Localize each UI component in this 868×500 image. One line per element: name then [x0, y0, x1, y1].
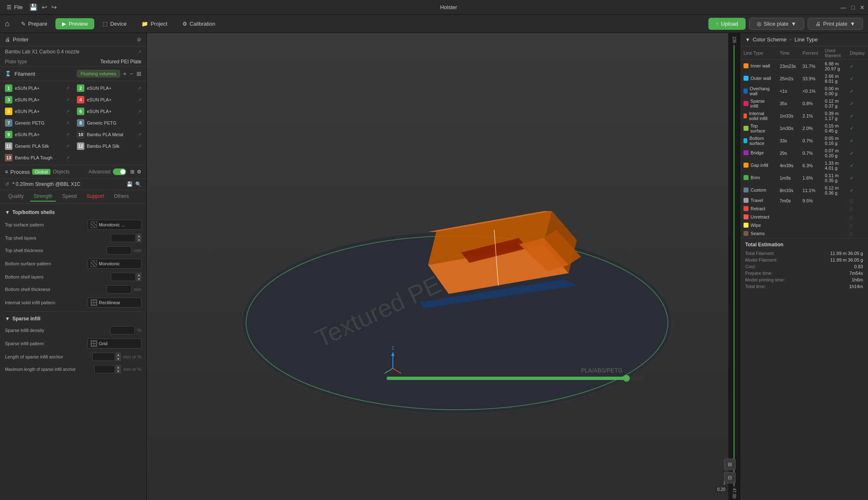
minimize-button[interactable]: —: [841, 4, 846, 11]
top-shell-layers-up[interactable]: ▲: [136, 234, 141, 238]
display-check-5[interactable]: ✓: [850, 126, 854, 131]
line-type-display-6[interactable]: ✓: [846, 135, 868, 147]
filament-grid-icon[interactable]: ⊞: [136, 70, 141, 77]
display-check-1[interactable]: ✓: [850, 76, 854, 81]
display-check-12[interactable]: □: [850, 207, 853, 212]
top-surface-pattern-select[interactable]: Monotonic ...: [88, 220, 141, 230]
filament-edit-6[interactable]: ↗: [138, 109, 141, 114]
process-settings-icon[interactable]: ⚙: [137, 169, 141, 175]
filament-edit-4[interactable]: ↗: [138, 97, 141, 103]
file-menu[interactable]: ☰ File: [3, 4, 26, 10]
line-type-display-10[interactable]: ✓: [846, 184, 868, 197]
display-check-15[interactable]: □: [850, 231, 853, 236]
display-check-4[interactable]: ✓: [850, 113, 854, 118]
filament-edit-12[interactable]: ↗: [138, 144, 141, 149]
bottom-surface-pattern-select[interactable]: Monotonic: [88, 259, 141, 269]
sparse-infill-pattern-select[interactable]: Grid: [88, 339, 141, 349]
tab-quality[interactable]: Quality: [5, 192, 27, 202]
print-dropdown-icon[interactable]: ▼: [850, 21, 855, 27]
line-type-display-14[interactable]: □: [846, 221, 868, 230]
bottom-shell-layers-input[interactable]: 3: [111, 273, 136, 281]
tab-strength[interactable]: Strength: [30, 192, 55, 202]
bottom-shell-layers-spinner[interactable]: 3 ▲ ▼: [111, 273, 141, 281]
top-shell-layers-input[interactable]: 5: [111, 234, 136, 242]
tab-speed[interactable]: Speed: [59, 192, 80, 202]
line-type-display-11[interactable]: □: [846, 197, 868, 205]
device-tab[interactable]: ⬚ Device: [96, 18, 133, 29]
slice-plate-button[interactable]: ◎ Slice plate ▼: [749, 18, 804, 30]
add-filament-button[interactable]: +: [123, 70, 127, 77]
zoom-in-button[interactable]: ⊞: [724, 459, 736, 470]
sparse-anchor-length-input[interactable]: 400%: [92, 353, 115, 361]
zoom-out-button[interactable]: ⊟: [724, 472, 736, 483]
bottom-shell-layers-down[interactable]: ▼: [136, 277, 141, 281]
line-type-display-1[interactable]: ✓: [846, 72, 868, 85]
line-type-display-0[interactable]: ✓: [846, 60, 868, 73]
filament-edit-8[interactable]: ↗: [138, 120, 141, 126]
profile-save-icon[interactable]: 💾: [127, 181, 133, 187]
line-type-display-15[interactable]: □: [846, 230, 868, 238]
sparse-collapse-icon[interactable]: ▼: [5, 316, 10, 322]
line-type-display-4[interactable]: ✓: [846, 110, 868, 122]
line-type-display-13[interactable]: □: [846, 213, 868, 221]
preview-tab[interactable]: ▶ Preview: [55, 18, 94, 29]
global-badge[interactable]: Global: [32, 169, 50, 175]
redo-icon[interactable]: ↪: [51, 3, 57, 11]
upload-button[interactable]: ↑ Upload: [708, 18, 746, 30]
line-type-display-2[interactable]: ✓: [846, 85, 868, 97]
max-anchor-down[interactable]: ▼: [116, 369, 121, 373]
save-icon[interactable]: 💾: [29, 3, 38, 11]
filament-edit-5[interactable]: ↗: [66, 109, 69, 114]
maximize-button[interactable]: □: [851, 4, 855, 11]
bottom-shell-layers-up[interactable]: ▲: [136, 273, 141, 277]
advanced-toggle[interactable]: [113, 168, 126, 175]
max-anchor-length-spinner[interactable]: 20 ▲ ▼: [94, 365, 121, 373]
line-type-display-12[interactable]: □: [846, 205, 868, 213]
filament-edit-7[interactable]: ↗: [66, 120, 69, 126]
display-check-3[interactable]: ✓: [850, 101, 854, 106]
process-copy-icon[interactable]: ⊞: [130, 169, 134, 175]
project-tab[interactable]: 📁 Project: [135, 18, 174, 29]
display-check-14[interactable]: □: [850, 223, 853, 228]
top-shell-thickness-input[interactable]: 1: [107, 246, 132, 255]
collapse-cs-icon[interactable]: ▼: [745, 37, 750, 43]
line-type-display-9[interactable]: ✓: [846, 172, 868, 184]
plate-type-value[interactable]: Textured PEI Plate: [100, 59, 141, 65]
collapse-icon[interactable]: ▼: [5, 209, 10, 215]
filament-edit-13[interactable]: ↗: [66, 155, 69, 161]
sparse-anchor-up[interactable]: ▲: [116, 353, 121, 357]
printer-settings-icon[interactable]: ⚙: [137, 37, 141, 43]
viewport[interactable]: Textured PEI Plate PLA/ABS/PETG: [147, 33, 740, 500]
top-shell-layers-down[interactable]: ▼: [136, 238, 141, 242]
display-check-13[interactable]: □: [850, 215, 853, 220]
sparse-anchor-length-spinner[interactable]: 400% ▲ ▼: [92, 353, 121, 361]
print-plate-button[interactable]: 🖨 Print plate ▼: [808, 18, 863, 30]
line-type-display-7[interactable]: ✓: [846, 147, 868, 159]
max-anchor-length-input[interactable]: 20: [94, 365, 115, 373]
tab-others[interactable]: Others: [110, 192, 132, 202]
calibration-tab[interactable]: ⚙ Calibration: [176, 18, 222, 29]
slice-dropdown-icon[interactable]: ▼: [791, 21, 796, 27]
sparse-infill-density-input[interactable]: 25: [110, 326, 135, 334]
close-button[interactable]: ✕: [860, 4, 865, 11]
filament-edit-3[interactable]: ↗: [66, 97, 69, 103]
top-shell-layers-spinner[interactable]: 5 ▲ ▼: [111, 234, 141, 242]
display-check-10[interactable]: ✓: [850, 188, 854, 193]
display-check-0[interactable]: ✓: [850, 64, 854, 69]
internal-solid-infill-select[interactable]: Rectilinear: [88, 298, 141, 308]
display-check-11[interactable]: □: [850, 198, 853, 203]
filament-edit-9[interactable]: ↗: [66, 132, 69, 137]
max-anchor-up[interactable]: ▲: [116, 365, 121, 369]
home-button[interactable]: ⌂: [5, 19, 10, 28]
bottom-shell-thickness-input[interactable]: 0: [107, 285, 132, 293]
filament-edit-1[interactable]: ↗: [66, 86, 69, 91]
line-type-display-8[interactable]: ✓: [846, 159, 868, 172]
profile-search-icon[interactable]: 🔍: [135, 181, 141, 187]
display-check-8[interactable]: ✓: [850, 163, 854, 168]
objects-button[interactable]: Objects: [53, 169, 70, 175]
remove-filament-button[interactable]: −: [130, 70, 133, 77]
display-check-7[interactable]: ✓: [850, 151, 854, 156]
sparse-anchor-down[interactable]: ▼: [116, 357, 121, 361]
filament-edit-2[interactable]: ↗: [138, 86, 141, 91]
line-type-display-5[interactable]: ✓: [846, 122, 868, 135]
